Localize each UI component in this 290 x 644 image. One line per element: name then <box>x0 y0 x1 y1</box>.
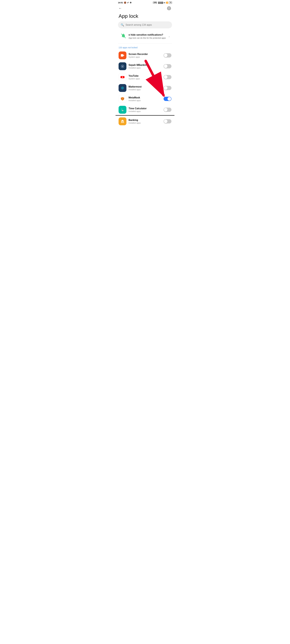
app-name: YouTube <box>129 74 153 77</box>
app-category: Installed apps <box>129 99 161 102</box>
app-icon-youtube <box>119 73 126 81</box>
svg-point-22 <box>122 99 122 99</box>
app-icon-sepah <box>119 62 126 70</box>
svg-text:+−: +− <box>121 108 123 110</box>
app-name: Banking <box>129 119 161 122</box>
app-category: System apps <box>129 78 153 80</box>
app-icon-timecalc: +− ≡⌚ <box>119 106 126 114</box>
toggle-mattermost[interactable] <box>164 86 171 90</box>
svg-rect-31 <box>123 121 124 122</box>
app-info-screen-recorder: Screen Recorder System apps <box>129 53 161 58</box>
list-item: MetaMask Installed apps <box>116 94 174 104</box>
status-right: VPN ▐▐▐▐ 4G 📶 74 <box>153 2 172 4</box>
svg-rect-30 <box>122 121 123 122</box>
page-title: App lock <box>116 11 174 22</box>
app-info-sepah: Sepah MBanking Installed apps <box>129 64 161 69</box>
wifi-icon: 📶 <box>166 2 168 4</box>
settings-icon[interactable] <box>167 6 171 11</box>
status-left: 14:51 🔕 ✔ ⚙ <box>118 2 132 4</box>
app-category: Installed apps <box>129 110 161 112</box>
toggle-metamask[interactable] <box>164 97 171 101</box>
battery-badge: 74 <box>169 2 172 4</box>
search-icon: 🔍 <box>121 23 124 26</box>
svg-rect-32 <box>121 122 124 123</box>
app-info-youtube: YouTube System apps <box>129 74 161 80</box>
app-info-mattermost: Mattermost Installed apps <box>129 86 161 91</box>
app-info-timecalc: Time Calculator Installed apps <box>129 107 161 112</box>
svg-rect-2 <box>121 54 123 56</box>
app-icon-mattermost <box>119 84 126 92</box>
app-name: Sepah MBanking <box>129 64 161 66</box>
header: ← <box>116 5 174 11</box>
search-input[interactable] <box>126 24 169 26</box>
toggle-youtube[interactable] <box>164 75 171 79</box>
toggle-banking[interactable] <box>164 119 171 124</box>
bell-muted-icon <box>120 33 126 40</box>
app-category: Installed apps <box>129 88 161 91</box>
toggle-sepah[interactable] <box>164 64 171 68</box>
app-name: MetaMask <box>129 96 161 99</box>
svg-text:≡⌚: ≡⌚ <box>121 110 124 112</box>
app-info-banking: Banking Installed apps <box>129 119 161 124</box>
app-name: Screen Recorder <box>129 53 161 56</box>
app-icon-banking <box>119 118 126 125</box>
svg-point-12 <box>122 88 123 88</box>
list-item: +− ≡⌚ Time Calculator Installed apps <box>116 104 174 115</box>
app-category: System apps <box>129 56 161 58</box>
app-name: Time Calculator <box>129 107 161 110</box>
app-category: Installed apps <box>129 67 161 69</box>
section-label: 133 apps not locked <box>116 45 174 50</box>
toggle-timecalc[interactable] <box>164 108 171 112</box>
notification-title-prefix: o <box>129 34 130 36</box>
chevron-right-icon: › <box>169 35 170 38</box>
list-item: YouTube System apps <box>116 72 174 82</box>
back-button[interactable]: ← <box>119 6 122 10</box>
settings-status-icon: ⚙ <box>130 2 132 4</box>
4g-icon: 4G <box>164 2 165 4</box>
svg-point-23 <box>123 99 123 99</box>
app-category: Installed apps <box>129 122 161 124</box>
status-check-icon: ✔ <box>127 2 129 4</box>
notification-title: o hide sensitive notifications? <box>129 34 167 36</box>
list-item: Banking Installed apps <box>116 115 174 127</box>
app-icon-metamask <box>119 95 126 103</box>
app-info-metamask: MetaMask Installed apps <box>129 96 161 102</box>
list-item: Screen Recorder System apps <box>116 50 174 61</box>
list-item: Mattermost Installed apps <box>116 82 174 94</box>
svg-rect-29 <box>121 121 122 122</box>
app-name: Mattermost <box>129 86 161 88</box>
app-icon-screen-recorder <box>119 52 126 59</box>
vpn-badge: VPN <box>153 2 157 4</box>
toggle-screen-recorder[interactable] <box>164 53 171 58</box>
status-time: 14:51 <box>118 2 123 4</box>
notification-text: o hide sensitive notifications? App lock… <box>129 34 167 40</box>
notification-banner[interactable]: o hide sensitive notifications? App lock… <box>118 31 172 42</box>
alarm-icon: 🔕 <box>124 2 126 4</box>
search-bar[interactable]: 🔍 <box>118 22 172 28</box>
status-bar: 14:51 🔕 ✔ ⚙ VPN ▐▐▐▐ 4G 📶 74 <box>116 0 174 5</box>
list-item: Sepah MBanking Installed apps <box>116 61 174 72</box>
notification-subtitle: App lock can do this for the protected a… <box>129 37 167 40</box>
signal-icon: ▐▐▐▐ <box>158 2 163 4</box>
app-list: Screen Recorder System apps Sepah MBanki… <box>116 50 174 127</box>
